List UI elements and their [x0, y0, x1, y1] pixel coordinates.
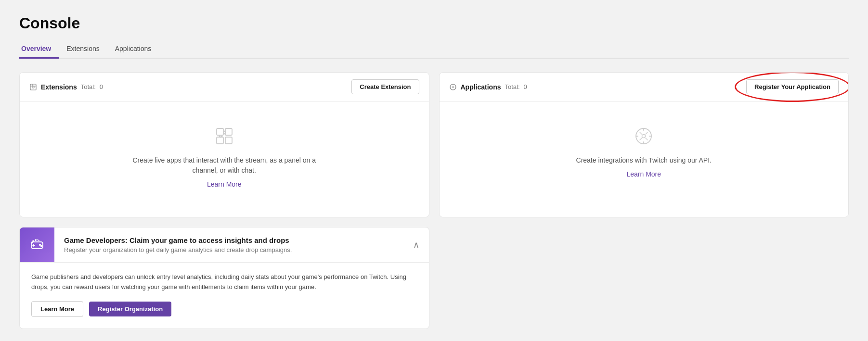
applications-desc: Create integrations with Twitch using ou…: [576, 155, 712, 165]
game-dev-card: Game Developers: Claim your game to acce…: [19, 227, 429, 329]
game-dev-learn-more-button[interactable]: Learn More: [31, 301, 83, 317]
svg-rect-4: [225, 137, 232, 144]
tabs-nav: Overview Extensions Applications: [19, 41, 849, 59]
svg-point-13: [33, 240, 34, 241]
svg-rect-0: [32, 86, 34, 88]
svg-point-14: [35, 240, 36, 240]
game-dev-header[interactable]: Game Developers: Claim your game to acce…: [20, 227, 429, 262]
extensions-learn-more-link[interactable]: Learn More: [207, 180, 242, 188]
extensions-header-left: Extensions Total: 0: [29, 83, 103, 91]
svg-point-5: [450, 84, 456, 90]
svg-point-6: [452, 86, 453, 88]
applications-body-icon: [633, 126, 654, 147]
svg-rect-1: [217, 128, 223, 135]
page-title: Console: [19, 14, 849, 32]
svg-point-10: [39, 244, 40, 245]
applications-total-value: 0: [524, 83, 527, 90]
svg-point-11: [41, 245, 42, 246]
svg-rect-3: [225, 128, 232, 135]
chevron-up-icon[interactable]: ∧: [403, 230, 429, 260]
applications-card-header: Applications Total: 0 Register Your Appl…: [440, 73, 849, 101]
extensions-total-value: 0: [100, 83, 103, 90]
register-btn-wrapper: Register Your Application: [746, 79, 839, 94]
applications-total-label: Total:: [505, 83, 520, 90]
svg-point-8: [642, 135, 646, 138]
create-extension-button[interactable]: Create Extension: [351, 79, 419, 94]
game-dev-icon-box: [20, 227, 54, 262]
applications-learn-more-link[interactable]: Learn More: [626, 170, 661, 178]
applications-card: Applications Total: 0 Register Your Appl…: [439, 72, 849, 217]
extensions-card: Extensions Total: 0 Create Extension Cr: [19, 72, 429, 217]
game-dev-body-text: Game publishers and developers can unloc…: [31, 272, 417, 292]
game-dev-body: Game publishers and developers can unloc…: [20, 262, 429, 328]
tab-applications[interactable]: Applications: [113, 41, 159, 59]
register-application-button[interactable]: Register Your Application: [746, 79, 839, 94]
game-dev-actions: Learn More Register Organization: [31, 301, 417, 317]
game-controller-icon: [29, 237, 45, 253]
extensions-card-body: Create live apps that interact with the …: [20, 101, 429, 217]
extensions-desc: Create live apps that interact with the …: [128, 155, 321, 176]
svg-rect-2: [217, 137, 223, 144]
extensions-card-header: Extensions Total: 0 Create Extension: [20, 73, 429, 101]
tab-extensions[interactable]: Extensions: [65, 41, 107, 59]
compass-icon-small: [449, 83, 457, 91]
extensions-body-icon: [214, 126, 235, 147]
puzzle-icon: [29, 83, 37, 91]
game-dev-subtitle: Register your organization to get daily …: [64, 246, 394, 253]
svg-point-12: [32, 242, 33, 243]
tab-overview[interactable]: Overview: [19, 41, 59, 59]
game-dev-title: Game Developers: Claim your game to acce…: [64, 236, 394, 244]
register-organization-button[interactable]: Register Organization: [89, 302, 171, 316]
applications-card-body: Create integrations with Twitch using ou…: [440, 101, 849, 207]
game-dev-header-text: Game Developers: Claim your game to acce…: [54, 229, 403, 260]
extensions-title: Extensions: [41, 83, 77, 91]
applications-title: Applications: [461, 83, 501, 91]
top-cards-row: Extensions Total: 0 Create Extension Cr: [19, 72, 849, 217]
extensions-total-label: Total:: [81, 83, 96, 90]
applications-header-left: Applications Total: 0: [449, 83, 527, 91]
